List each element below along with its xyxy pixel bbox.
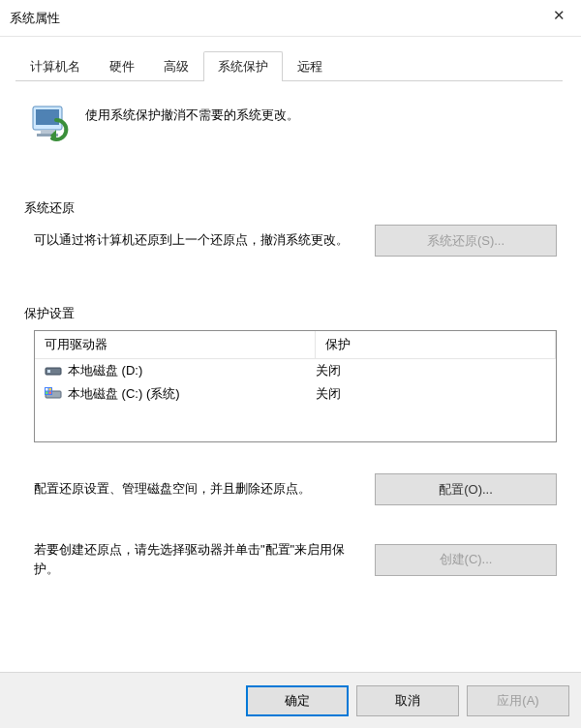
tab-system-protection[interactable]: 系统保护 xyxy=(203,51,283,81)
tab-hardware[interactable]: 硬件 xyxy=(95,51,149,81)
configure-button[interactable]: 配置(O)... xyxy=(375,473,557,505)
description-row: 使用系统保护撤消不需要的系统更改。 xyxy=(27,101,562,147)
svg-rect-6 xyxy=(47,370,50,373)
drive-protection-status: 关闭 xyxy=(316,385,556,403)
dialog-button-bar: 确定 取消 应用(A) xyxy=(0,672,581,728)
restore-row: 可以通过将计算机还原到上一个还原点，撤消系统更改。 系统还原(S)... xyxy=(34,225,557,257)
drive-table-header: 可用驱动器 保护 xyxy=(35,331,556,359)
ok-button[interactable]: 确定 xyxy=(246,685,349,716)
tab-remote[interactable]: 远程 xyxy=(283,51,337,81)
drive-icon xyxy=(45,364,62,378)
titlebar: 系统属性 ✕ xyxy=(0,0,581,37)
table-row[interactable]: 本地磁盘 (C:) (系统) 关闭 xyxy=(35,382,556,406)
system-protection-icon xyxy=(27,101,74,147)
table-row[interactable]: 本地磁盘 (D:) 关闭 xyxy=(35,359,556,382)
header-available-drives[interactable]: 可用驱动器 xyxy=(35,331,316,358)
close-icon: ✕ xyxy=(553,7,566,24)
system-drive-icon xyxy=(45,387,62,401)
svg-rect-11 xyxy=(46,392,48,395)
svg-rect-9 xyxy=(46,388,48,391)
window-title: 系统属性 xyxy=(10,10,60,27)
create-text: 若要创建还原点，请先选择驱动器并单击"配置"来启用保护。 xyxy=(34,540,361,579)
svg-rect-12 xyxy=(49,392,52,395)
section-label-restore: 系统还原 xyxy=(24,199,581,217)
drive-protection-status: 关闭 xyxy=(316,362,556,379)
apply-button[interactable]: 应用(A) xyxy=(467,685,569,716)
system-restore-button[interactable]: 系统还原(S)... xyxy=(375,225,557,257)
restore-text: 可以通过将计算机还原到上一个还原点，撤消系统更改。 xyxy=(34,230,361,250)
create-row: 若要创建还原点，请先选择驱动器并单击"配置"来启用保护。 创建(C)... xyxy=(34,540,557,579)
svg-rect-10 xyxy=(49,388,52,391)
header-protection[interactable]: 保护 xyxy=(316,331,556,358)
section-label-settings: 保护设置 xyxy=(24,305,581,322)
configure-text: 配置还原设置、管理磁盘空间，并且删除还原点。 xyxy=(34,479,361,499)
tab-computer-name[interactable]: 计算机名 xyxy=(15,51,95,81)
tab-strip: 计算机名 硬件 高级 系统保护 远程 xyxy=(15,50,563,81)
description-text: 使用系统保护撤消不需要的系统更改。 xyxy=(85,101,299,124)
close-button[interactable]: ✕ xyxy=(536,0,581,31)
create-button[interactable]: 创建(C)... xyxy=(375,544,557,576)
cancel-button[interactable]: 取消 xyxy=(356,685,459,716)
drive-table: 可用驱动器 保护 本地磁盘 (D:) 关闭 本地磁盘 (C:) xyxy=(34,330,557,442)
svg-rect-2 xyxy=(41,130,54,134)
drive-name: 本地磁盘 (C:) (系统) xyxy=(68,385,180,403)
configure-row: 配置还原设置、管理磁盘空间，并且删除还原点。 配置(O)... xyxy=(34,473,557,505)
tab-advanced[interactable]: 高级 xyxy=(149,51,203,81)
svg-rect-1 xyxy=(36,109,59,125)
drive-name: 本地磁盘 (D:) xyxy=(68,362,142,379)
